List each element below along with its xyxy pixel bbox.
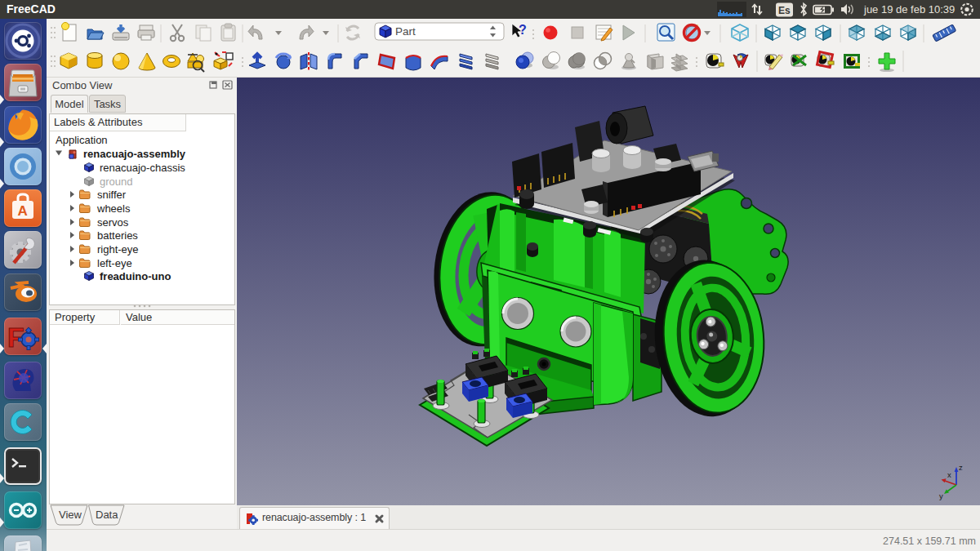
svg-text:x: x xyxy=(947,470,951,479)
svg-text:Data: Data xyxy=(96,509,118,521)
svg-text:z: z xyxy=(959,463,963,472)
svg-text:Es: Es xyxy=(778,5,791,16)
svg-text:View: View xyxy=(59,509,82,521)
svg-text:y: y xyxy=(939,491,943,500)
